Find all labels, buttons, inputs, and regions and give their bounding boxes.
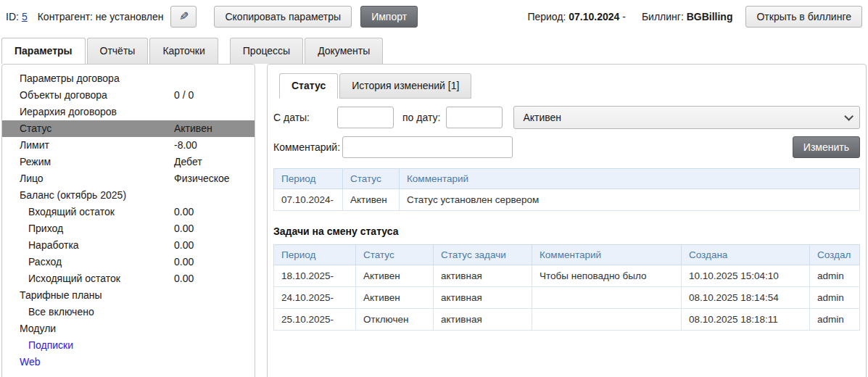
sidebar-item-label: Входящий остаток <box>28 206 115 218</box>
subtab-item[interactable]: История изменений [1] <box>339 73 471 99</box>
comment-label: Комментарий: <box>273 141 342 153</box>
change-button[interactable]: Изменить <box>793 136 860 158</box>
table-header-cell: Создана <box>682 245 810 265</box>
table-cell: Чтобы неповадно было <box>532 265 682 287</box>
table-header-cell: Создал <box>810 245 860 265</box>
table-cell: 24.10.2025- <box>274 287 356 309</box>
table-cell: 10.10.2025 15:04:10 <box>682 265 810 287</box>
sidebar-item-value: Активен <box>174 120 212 137</box>
sidebar-item-label: Web <box>20 356 41 368</box>
sidebar-item-value: 0.00 <box>174 270 194 287</box>
sidebar-item-value: 0 / 0 <box>174 87 194 104</box>
table-cell: Активен <box>343 189 400 211</box>
tasks-heading: Задачи на смену статуса <box>273 225 860 237</box>
table-cell: Активен <box>356 287 434 309</box>
table-cell: Активен <box>356 265 434 287</box>
tab-item[interactable]: Процессы <box>230 38 303 64</box>
from-date-label: С даты: <box>273 112 337 123</box>
sidebar-item[interactable]: Входящий остаток0.00 <box>2 204 255 220</box>
open-in-billing-button[interactable]: Открыть в биллинге <box>745 6 862 28</box>
table-row[interactable]: 18.10.2025-АктивенактивнаяЧтобы неповадн… <box>274 265 860 287</box>
table-row[interactable]: 07.10.2024-АктивенСтатус установлен серв… <box>274 189 860 211</box>
sidebar-item-value: -8.00 <box>174 137 197 154</box>
status-select-value: Активен <box>523 112 561 123</box>
table-header-cell: Период <box>274 245 356 265</box>
status-select[interactable]: Активен <box>513 106 860 129</box>
table-cell: admin <box>810 265 860 287</box>
table-header-cell: Статус <box>343 169 400 189</box>
tab-item[interactable]: Документы <box>305 38 383 64</box>
table-cell: Отключен <box>356 309 434 331</box>
sidebar-panel: Параметры договораОбъекты договора0 / 0И… <box>1 64 255 377</box>
sidebar-item[interactable]: Наработка0.00 <box>2 237 255 254</box>
sidebar-item[interactable]: Расход0.00 <box>2 254 255 270</box>
table-cell: 25.10.2025- <box>274 309 356 331</box>
sidebar-item[interactable]: Объекты договора0 / 0 <box>2 87 255 104</box>
sidebar-item-label: Подписки <box>28 339 73 351</box>
sidebar-item[interactable]: Тарифные планы <box>2 287 255 304</box>
table-cell: 08.10.2025 18:14:54 <box>682 287 810 309</box>
sidebar-item[interactable]: ЛицоФизическое <box>2 170 255 187</box>
sidebar-item-value: Дебет <box>174 154 202 170</box>
copy-params-button[interactable]: Скопировать параметры <box>214 6 352 28</box>
comment-input[interactable] <box>342 136 513 158</box>
contract-id-link[interactable]: 5 <box>22 11 28 22</box>
billing-text: Биллинг: BGBilling <box>642 11 733 22</box>
sidebar-item-label: Режим <box>20 156 51 167</box>
subtab-item[interactable]: Статус <box>279 73 338 99</box>
from-date-input[interactable] <box>337 107 394 128</box>
sidebar-item[interactable]: Иерархия договоров <box>2 104 255 120</box>
import-button[interactable]: Импорт <box>360 6 418 28</box>
table-cell <box>532 309 682 331</box>
to-date-input[interactable] <box>446 107 503 128</box>
sidebar-item-label: Иерархия договоров <box>20 106 117 117</box>
sidebar-item[interactable]: Лимит-8.00 <box>2 137 255 154</box>
sidebar-item-label: Лимит <box>20 139 49 151</box>
billing-value: BGBilling <box>687 11 733 22</box>
table-cell: 08.10.2025 18:18:11 <box>682 309 810 331</box>
date-form-row: С даты: по дату: Активен <box>273 106 860 129</box>
sidebar-item[interactable]: Приход0.00 <box>2 220 255 237</box>
period-text: Период: 07.10.2024 - <box>527 11 626 22</box>
sidebar-item-label: Параметры договора <box>20 72 120 84</box>
edit-contragent-button[interactable]: ✎ <box>170 6 197 28</box>
table-header-cell: Период <box>274 169 343 189</box>
sidebar-item-value: 0.00 <box>174 254 194 270</box>
table-cell: активная <box>434 287 532 309</box>
sidebar-item-label: Расход <box>28 256 62 268</box>
sidebar-item[interactable]: Подписки <box>2 337 255 354</box>
sidebar-item-value: 0.00 <box>174 237 194 254</box>
table-cell: admin <box>810 309 860 331</box>
sidebar-item-label: Исходящий остаток <box>28 273 120 284</box>
tab-item[interactable]: Параметры <box>1 38 86 64</box>
main-panel: СтатусИстория изменений [1] С даты: по д… <box>267 64 867 377</box>
table-header-row: ПериодСтатусКомментарий <box>274 169 860 189</box>
table-header-row: ПериодСтатусСтатус задачиКомментарийСозд… <box>274 245 860 265</box>
sidebar-item[interactable]: РежимДебет <box>2 154 255 170</box>
table-cell: активная <box>434 309 532 331</box>
sidebar-item[interactable]: СтатусАктивен <box>2 120 255 137</box>
contract-id-group: ID: 5 Контрагент: не установлен ✎ Скопир… <box>6 6 418 28</box>
sidebar-item-label: Приход <box>28 223 63 234</box>
table-cell: 07.10.2024- <box>274 189 343 211</box>
table-cell <box>532 287 682 309</box>
sidebar-item[interactable]: Web <box>2 354 255 370</box>
sidebar-item-value: Физическое <box>174 170 230 187</box>
sidebar-item-label: Объекты договора <box>20 89 107 101</box>
sidebar-item-label: Все включено <box>28 306 94 318</box>
tab-item[interactable]: Карточки <box>149 38 218 64</box>
table-header-cell: Статус <box>356 245 434 265</box>
sidebar-item[interactable]: Параметры договора <box>2 70 255 87</box>
period-value: 07.10.2024 <box>569 11 619 22</box>
sidebar-item[interactable]: Модули <box>2 320 255 337</box>
tab-item[interactable]: Отчёты <box>87 38 149 64</box>
sidebar-item[interactable]: Баланс (октябрь 2025) <box>2 187 255 204</box>
sidebar-item-label: Статус <box>20 123 51 134</box>
table-header-cell: Комментарий <box>532 245 682 265</box>
sidebar-item-label: Тарифные планы <box>20 289 102 301</box>
sidebar-item[interactable]: Все включено <box>2 304 255 320</box>
sidebar-item[interactable]: Исходящий остаток0.00 <box>2 270 255 287</box>
table-row[interactable]: 25.10.2025-Отключенактивная 08.10.2025 1… <box>274 309 860 331</box>
contragent-text: Контрагент: не установлен <box>38 11 164 22</box>
table-row[interactable]: 24.10.2025-Активенактивная 08.10.2025 18… <box>274 287 860 309</box>
